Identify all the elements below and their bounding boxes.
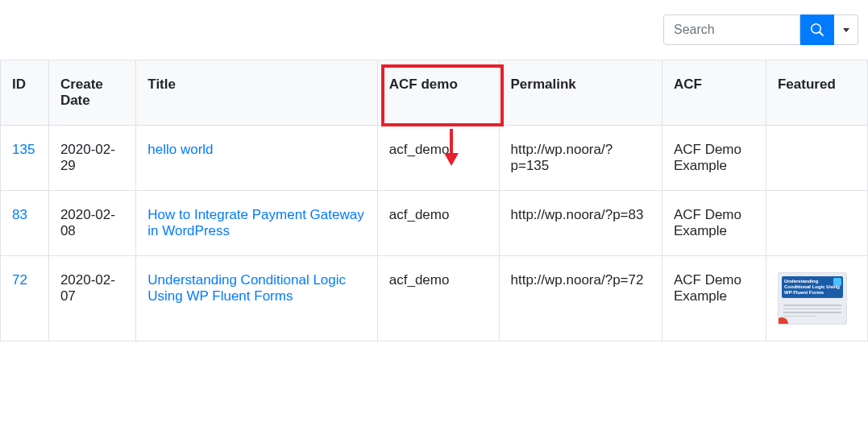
col-header-create-date[interactable]: Create Date bbox=[48, 60, 135, 126]
data-table: ID Create Date Title ACF demo Permalink … bbox=[0, 60, 868, 342]
row-featured bbox=[766, 191, 867, 256]
table-row: 83 2020-02-08 How to Integrate Payment G… bbox=[1, 191, 868, 256]
row-create-date: 2020-02-08 bbox=[48, 191, 135, 256]
thumb-badge-icon bbox=[833, 278, 841, 286]
thumb-lines-icon bbox=[783, 304, 841, 319]
row-acf: ACF Demo Example bbox=[662, 191, 766, 256]
search-icon bbox=[811, 23, 824, 36]
row-id-link[interactable]: 83 bbox=[12, 207, 27, 222]
col-header-id[interactable]: ID bbox=[1, 60, 49, 126]
toolbar bbox=[0, 0, 868, 60]
chevron-down-icon bbox=[843, 28, 849, 32]
search-group bbox=[663, 14, 858, 45]
featured-thumbnail[interactable]: Understanding Conditional Logic Using WP… bbox=[778, 272, 847, 325]
search-input[interactable] bbox=[663, 14, 800, 45]
row-acf: ACF Demo Example bbox=[662, 256, 766, 342]
row-acf-demo: acf_demo bbox=[377, 191, 499, 256]
row-featured bbox=[766, 126, 867, 191]
row-create-date: 2020-02-07 bbox=[48, 256, 135, 342]
row-title-link[interactable]: hello world bbox=[147, 142, 213, 157]
col-header-permalink[interactable]: Permalink bbox=[499, 60, 662, 126]
row-permalink: http://wp.noora/?p=83 bbox=[499, 191, 662, 256]
row-permalink: http://wp.noora/?p=72 bbox=[499, 256, 662, 342]
row-create-date: 2020-02-29 bbox=[48, 126, 135, 191]
row-title-link[interactable]: How to Integrate Payment Gateway in Word… bbox=[147, 207, 363, 238]
table-row: 135 2020-02-29 hello world acf_demo http… bbox=[1, 126, 868, 191]
col-header-acf[interactable]: ACF bbox=[662, 60, 766, 126]
table-row: 72 2020-02-07 Understanding Conditional … bbox=[1, 256, 868, 342]
col-header-acf-demo[interactable]: ACF demo bbox=[377, 60, 499, 126]
col-header-featured[interactable]: Featured bbox=[766, 60, 867, 126]
table-header-row: ID Create Date Title ACF demo Permalink … bbox=[1, 60, 868, 126]
search-button[interactable] bbox=[800, 14, 834, 45]
row-title-link[interactable]: Understanding Conditional Logic Using WP… bbox=[147, 272, 346, 304]
row-featured: Understanding Conditional Logic Using WP… bbox=[766, 256, 867, 342]
row-acf: ACF Demo Example bbox=[662, 126, 766, 191]
row-id-link[interactable]: 135 bbox=[12, 142, 35, 157]
row-permalink: http://wp.noora/?p=135 bbox=[499, 126, 662, 191]
row-id-link[interactable]: 72 bbox=[12, 272, 27, 288]
search-dropdown-button[interactable] bbox=[834, 14, 858, 45]
row-acf-demo: acf_demo bbox=[377, 256, 499, 342]
col-header-title[interactable]: Title bbox=[136, 60, 377, 126]
row-acf-demo: acf_demo bbox=[377, 126, 499, 191]
